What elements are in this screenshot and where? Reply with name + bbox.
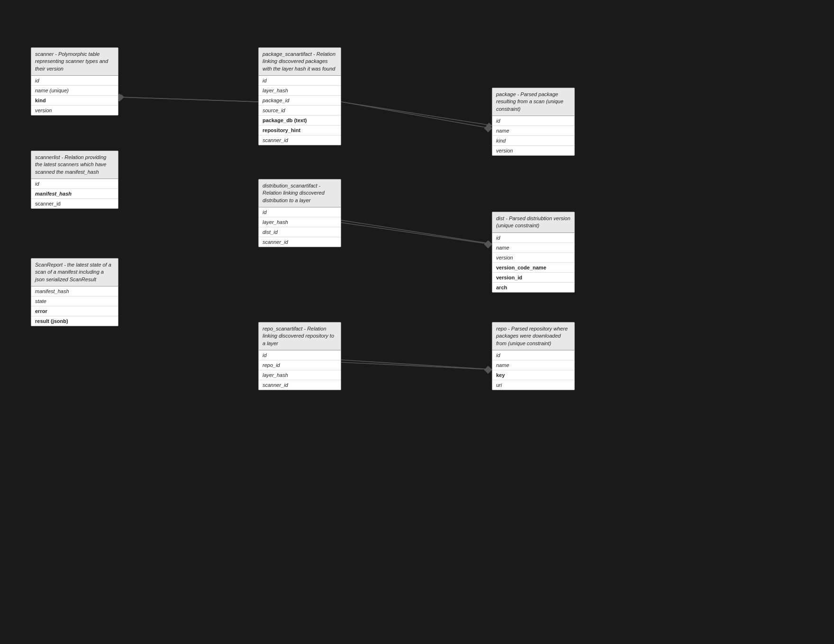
table-row: kind (492, 136, 574, 146)
connections-svg (0, 0, 834, 644)
table-repo-header: repo - Parsed repository where packages … (492, 322, 574, 350)
table-row: scanner_id (31, 199, 118, 208)
diamond-repo (484, 366, 492, 374)
svg-line-1 (341, 102, 488, 128)
table-scanner-header: scanner - Polymorphic table representing… (31, 48, 118, 76)
table-row: dist_id (259, 227, 341, 237)
table-row: result (jsonb) (31, 316, 118, 326)
svg-line-3 (341, 362, 488, 369)
table-row: version (31, 106, 118, 115)
table-package-header: package - Parsed package resulting from … (492, 88, 574, 116)
table-row: id (259, 76, 341, 86)
table-row: layer_hash (259, 217, 341, 227)
table-row: state (31, 296, 118, 306)
table-row: layer_hash (259, 86, 341, 96)
table-row: manifest_hash (31, 286, 118, 296)
table-repo: repo - Parsed repository where packages … (492, 322, 575, 390)
table-row: key (492, 370, 574, 380)
svg-line-2 (341, 223, 488, 244)
table-row: layer_hash (259, 370, 341, 380)
table-row: scanner_id (259, 380, 341, 390)
table-scanreport-header: ScanReport - the latest state of a scan … (31, 259, 118, 286)
table-repo-scanartifact-header: repo_scanartifact - Relation linking dis… (259, 322, 341, 350)
table-row: repo_id (259, 360, 341, 370)
table-row: id (259, 207, 341, 217)
table-row: source_id (259, 106, 341, 116)
diamond-pkg (484, 125, 492, 133)
table-repo-scanartifact: repo_scanartifact - Relation linking dis… (258, 322, 341, 390)
table-row: id (492, 233, 574, 243)
table-scanreport: ScanReport - the latest state of a scan … (31, 258, 118, 326)
table-row: package_db (text) (259, 116, 341, 125)
table-row: version_code_name (492, 263, 574, 273)
table-row: package_id (259, 96, 341, 106)
table-row: version_id (492, 273, 574, 283)
table-package-scanartifact-header: package_scanartifact - Relation linking … (259, 48, 341, 76)
table-distribution-scanartifact-header: distribution_scanartifact - Relation lin… (259, 179, 341, 207)
table-row: name (492, 360, 574, 370)
table-row: manifest_hash (31, 189, 118, 199)
table-row: name (492, 243, 574, 253)
table-row: id (492, 350, 574, 360)
table-row: id (492, 116, 574, 126)
table-row: id (31, 76, 118, 86)
table-scannerlist: scannerlist - Relation providing the lat… (31, 151, 118, 209)
table-row: version (492, 253, 574, 263)
table-row: id (259, 350, 341, 360)
table-distribution-scanartifact: distribution_scanartifact - Relation lin… (258, 179, 341, 247)
table-row: name (492, 126, 574, 136)
table-row: version (492, 146, 574, 155)
table-row: scanner_id (259, 237, 341, 247)
table-scannerlist-header: scannerlist - Relation providing the lat… (31, 151, 118, 179)
svg-line-0 (119, 97, 258, 102)
table-row: error (31, 306, 118, 316)
diagram-canvas (0, 0, 834, 644)
table-row: arch (492, 283, 574, 292)
table-row: repository_hint (259, 125, 341, 135)
table-package: package - Parsed package resulting from … (492, 88, 575, 156)
table-dist-header: dist - Parsed distriubtion version (uniq… (492, 212, 574, 233)
table-row: uri (492, 380, 574, 390)
diamond-dist (484, 241, 492, 249)
table-scanner: scanner - Polymorphic table representing… (31, 47, 118, 116)
table-row: scanner_id (259, 135, 341, 145)
table-row: id (31, 179, 118, 189)
table-package-scanartifact: package_scanartifact - Relation linking … (258, 47, 341, 145)
table-row: name (unique) (31, 86, 118, 96)
table-row: kind (31, 96, 118, 106)
table-dist: dist - Parsed distriubtion version (uniq… (492, 212, 575, 293)
